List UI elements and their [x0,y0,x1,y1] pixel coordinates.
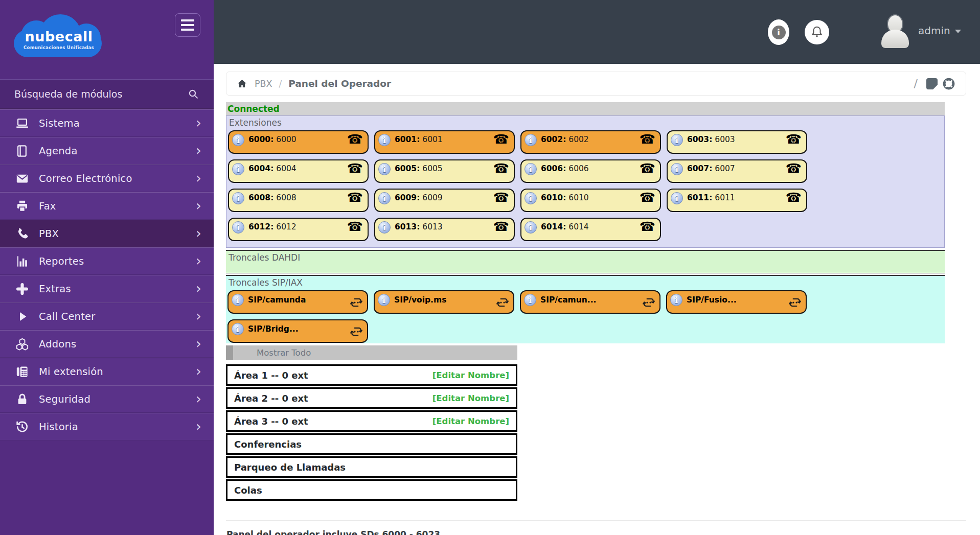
sidebar-item-reportes[interactable]: Reportes › [0,247,214,275]
module-search[interactable]: Búsqueda de módulos [0,79,214,109]
show-all-toggle[interactable]: Mostrar Todo [226,345,517,360]
sidebar-item-historia[interactable]: Historia › [0,413,214,440]
brand-tagline: Comunicaciones Unificadas [13,45,105,50]
sidebar-item-seguridad[interactable]: Seguridad › [0,385,214,413]
area-row[interactable]: Conferencias [226,433,517,455]
user-menu[interactable]: admin [918,25,961,37]
info-icon[interactable]: i [378,192,391,204]
extension-box[interactable]: i 6012: 6012 ☎ [228,218,369,241]
sidebar-item-extras[interactable]: Extras › [0,275,214,303]
info-icon[interactable]: i [232,294,244,306]
info-icon[interactable]: i [524,294,536,306]
info-icon[interactable]: i [671,192,683,204]
extension-box[interactable]: i 6006: 6006 ☎ [520,159,661,183]
trunk-name: SIP/Fusio... [687,295,737,305]
edit-name-link[interactable]: [Editar Nombre] [432,393,509,403]
extension-box[interactable]: i 6005: 6005 ☎ [374,159,515,183]
sidebar-item-sistema[interactable]: Sistema › [0,109,214,137]
phone-status-icon: ☎ [640,161,655,176]
book-icon [14,144,30,158]
extension-label: 6002: 6002 [541,135,589,144]
play-icon [14,309,30,323]
phone-status-icon: ☎ [640,190,655,205]
info-button[interactable]: i [768,19,789,45]
area-row[interactable]: Parqueo de Llamadas [226,456,517,478]
hamburger-icon [181,19,194,21]
info-icon[interactable]: i [232,163,244,175]
info-icon[interactable]: i [670,294,682,306]
extension-number: 6008: [248,193,274,202]
sidebar-item-pbx[interactable]: PBX › [0,220,214,247]
sidebar-item-fax[interactable]: Fax › [0,192,214,220]
info-icon[interactable]: i [525,192,537,204]
info-icon[interactable]: i [378,134,391,146]
user-avatar[interactable] [879,14,911,48]
extension-box[interactable]: i 6000: 6000 ☎ [228,130,369,154]
extension-name: 6010 [568,193,588,202]
extension-name: 6013 [422,222,442,231]
sidebar-item-correo-electr-nico[interactable]: Correo Electrónico › [0,165,214,192]
trunk-name: SIP/Bridg... [248,324,299,334]
extension-box[interactable]: i 6013: 6013 ☎ [374,218,515,241]
extension-box[interactable]: i 6014: 6014 ☎ [520,218,661,241]
extension-box[interactable]: i 6004: 6004 ☎ [228,159,369,183]
trunk-name: SIP/camunda [248,295,306,305]
info-icon[interactable]: i [525,134,537,146]
trunk-box[interactable]: i SIP/voip.ms [374,290,514,314]
brand-logo[interactable]: nubecall Comunicaciones Unificadas [13,14,105,58]
help-lifering-icon[interactable] [942,77,955,90]
extension-box[interactable]: i 6010: 6010 ☎ [520,189,661,212]
sidebar-item-addons[interactable]: Addons › [0,330,214,358]
sip-trunks-grid: i SIP/camunda i SIP/voip.ms [227,290,943,343]
home-icon[interactable] [237,78,247,89]
cubes-icon [14,337,30,351]
info-icon[interactable]: i [525,163,537,175]
sidebar-item-label: Extras [39,283,71,295]
info-icon[interactable]: i [671,163,683,175]
phone-status-icon: ☎ [493,132,509,147]
area-label: Área 3 -- 0 ext [234,416,308,427]
info-icon[interactable]: i [378,221,391,234]
trunk-box[interactable]: i SIP/Fusio... [666,290,807,314]
area-row[interactable]: Área 1 -- 0 ext [Editar Nombre] [226,364,517,386]
edit-name-link[interactable]: [Editar Nombre] [432,416,509,426]
info-icon[interactable]: i [232,221,244,234]
info-icon[interactable]: i [671,134,683,146]
info-icon[interactable]: i [525,221,537,234]
extension-box[interactable]: i 6002: 6002 ☎ [520,130,661,154]
extension-box[interactable]: i 6001: 6001 ☎ [374,130,515,154]
extension-box[interactable]: i 6008: 6008 ☎ [228,189,369,212]
sidebar-toggle-button[interactable] [175,13,200,37]
trunk-name: SIP/camun... [540,295,596,305]
note-icon[interactable] [926,78,938,89]
sidebar-item-agenda[interactable]: Agenda › [0,137,214,165]
breadcrumb-separator: / [279,79,282,89]
page-title: Panel del Operador [288,78,391,89]
trunk-box[interactable]: i SIP/camun... [520,290,660,314]
area-row[interactable]: Área 3 -- 0 ext [Editar Nombre] [226,410,517,432]
search-icon [187,88,199,100]
extension-number: 6007: [687,164,712,173]
info-icon[interactable]: i [378,294,390,306]
trunk-box[interactable]: i SIP/camunda [227,290,368,314]
sidebar-item-call-center[interactable]: Call Center › [0,303,214,330]
info-icon[interactable]: i [232,192,244,204]
sidebar-item-mi-extensi-n[interactable]: Mi extensión › [0,358,214,385]
trunk-box[interactable]: i SIP/Bridg... [227,319,368,343]
area-row[interactable]: Área 2 -- 0 ext [Editar Nombre] [226,387,517,409]
extension-box[interactable]: i 6009: 6009 ☎ [374,189,515,212]
info-icon[interactable]: i [378,163,391,175]
notifications-button[interactable] [805,20,829,44]
extension-box[interactable]: i 6007: 6007 ☎ [667,159,807,183]
area-row[interactable]: Colas [226,479,517,501]
breadcrumb-actions: / [914,77,955,90]
extension-box[interactable]: i 6011: 6011 ☎ [667,189,807,212]
info-icon[interactable]: i [232,323,244,335]
extension-number: 6013: [395,222,420,231]
breadcrumb-section[interactable]: PBX [255,79,272,89]
extension-box[interactable]: i 6003: 6003 ☎ [667,130,807,154]
extensions-grid: i 6000: 6000 ☎ i 6001: 6001 ☎ i 6002: 60… [228,130,943,241]
edit-name-link[interactable]: [Editar Nombre] [432,370,509,380]
phone-status-icon: ☎ [640,132,655,147]
info-icon[interactable]: i [232,134,244,146]
